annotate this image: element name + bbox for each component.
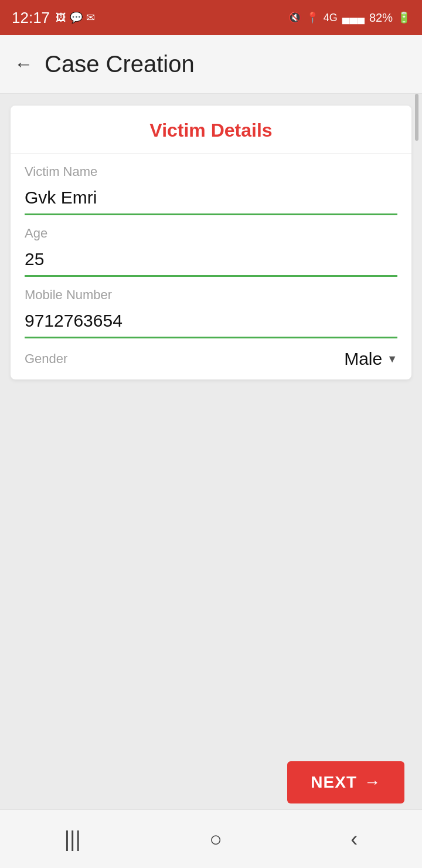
camera-icon: 🖼 (56, 12, 66, 24)
recent-apps-icon: ||| (64, 827, 81, 852)
next-button-label: NEXT (311, 773, 357, 792)
victim-name-field: Victim Name (11, 154, 411, 215)
status-bar-left: 12:17 🖼 💬 ✉ (12, 9, 95, 27)
gender-value-text: Male (344, 349, 382, 369)
victim-name-label: Victim Name (25, 164, 397, 179)
main-content: Victim Details Victim Name Age Mobile Nu… (0, 94, 422, 809)
gender-label: Gender (25, 351, 67, 367)
signal-icon: ▄▄▄ (342, 12, 365, 24)
victim-name-input[interactable] (25, 184, 397, 215)
mobile-number-field: Mobile Number (11, 277, 411, 338)
battery-icon: 🔋 (397, 11, 410, 24)
recent-apps-button[interactable]: ||| (47, 821, 98, 857)
back-nav-icon: ‹ (350, 827, 358, 852)
age-field: Age (11, 215, 411, 277)
page-title: Case Creation (45, 51, 195, 77)
message-icon: 💬 (70, 11, 83, 24)
age-input[interactable] (25, 246, 397, 277)
status-time: 12:17 (12, 9, 50, 27)
gender-field: Gender Male ▼ (11, 338, 411, 379)
app-header: ← Case Creation (0, 35, 422, 94)
mobile-number-input[interactable] (25, 307, 397, 338)
home-button[interactable]: ○ (192, 821, 240, 857)
bottom-nav: ||| ○ ‹ (0, 809, 422, 868)
scroll-indicator (415, 94, 418, 141)
next-arrow-icon: → (364, 773, 381, 792)
mute-icon: 🔇 (288, 11, 301, 24)
next-button[interactable]: NEXT → (287, 761, 404, 803)
age-label: Age (25, 226, 397, 241)
status-icons: 🖼 💬 ✉ (56, 11, 95, 24)
network-icon: 4G (324, 12, 338, 24)
back-button[interactable]: ← (14, 53, 33, 75)
gender-dropdown[interactable]: Male ▼ (344, 349, 397, 369)
back-nav-button[interactable]: ‹ (333, 821, 375, 857)
card-title: Victim Details (149, 120, 272, 141)
next-button-container: NEXT → (287, 761, 404, 803)
location-icon: 📍 (306, 11, 319, 24)
victim-details-card: Victim Details Victim Name Age Mobile Nu… (11, 106, 411, 379)
chevron-down-icon: ▼ (387, 353, 397, 365)
status-bar-right: 🔇 📍 4G ▄▄▄ 82% 🔋 (288, 11, 410, 25)
email-icon: ✉ (86, 11, 95, 24)
home-icon: ○ (209, 827, 222, 852)
mobile-number-label: Mobile Number (25, 287, 397, 303)
card-header: Victim Details (11, 106, 411, 154)
battery-indicator: 82% (369, 11, 393, 25)
status-bar: 12:17 🖼 💬 ✉ 🔇 📍 4G ▄▄▄ 82% 🔋 (0, 0, 422, 35)
